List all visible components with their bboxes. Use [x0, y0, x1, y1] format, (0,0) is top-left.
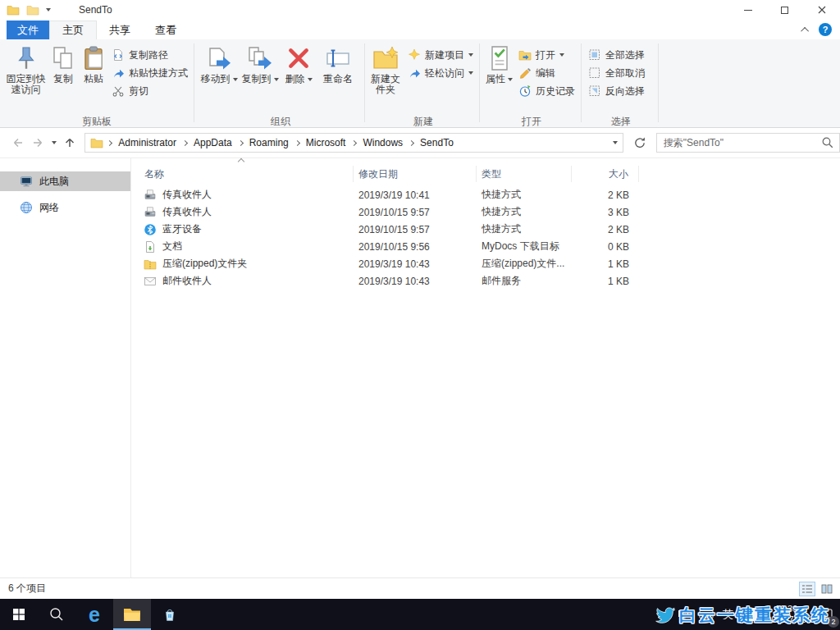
breadcrumb-item[interactable]: AppData: [191, 135, 235, 150]
computer-icon: [20, 175, 33, 188]
tab-view[interactable]: 查看: [143, 21, 189, 39]
details-view-button[interactable]: [799, 582, 815, 596]
breadcrumb-item[interactable]: Microsoft: [304, 135, 349, 150]
up-button[interactable]: [61, 133, 80, 153]
column-header-size[interactable]: 大小: [572, 166, 639, 182]
fax-icon: [144, 189, 157, 202]
delete-dropdown-icon: [308, 78, 313, 81]
column-header-name[interactable]: 名称: [132, 166, 354, 182]
edit-button[interactable]: 编辑: [516, 65, 578, 81]
qat-folder-icon[interactable]: [26, 3, 39, 16]
items-count: 6 个项目: [8, 582, 46, 596]
taskbar-explorer-button[interactable]: [113, 599, 151, 630]
mail-icon: [144, 275, 157, 288]
new-folder-button[interactable]: 新建文件夹: [371, 41, 400, 95]
easy-access-dropdown-icon: [468, 71, 473, 75]
delete-button[interactable]: 删除: [282, 41, 315, 84]
recent-locations-button[interactable]: [48, 133, 61, 153]
search-icon: [48, 606, 65, 623]
file-row[interactable]: 传真收件人 2019/3/19 10:41 快捷方式 2 KB: [132, 186, 840, 203]
new-folder-label: 新建文件夹: [371, 74, 400, 95]
qat-dropdown-icon[interactable]: [46, 8, 51, 11]
select-all-label: 全部选择: [605, 48, 645, 62]
history-button[interactable]: 历史记录: [516, 83, 578, 99]
file-type: 快捷方式: [477, 188, 572, 202]
file-row[interactable]: 文档 2019/10/15 9:56 MyDocs 下载目标 0 KB: [132, 238, 840, 255]
tab-share[interactable]: 共享: [97, 21, 143, 39]
breadcrumb-item[interactable]: SendTo: [418, 135, 456, 150]
start-button[interactable]: [0, 599, 38, 630]
thumbnails-view-icon: [820, 582, 833, 596]
fax-icon: [144, 206, 157, 219]
help-icon[interactable]: ?: [819, 23, 832, 36]
hidden-icons-chevron[interactable]: [660, 611, 668, 619]
back-button[interactable]: [8, 133, 28, 153]
column-headers: 名称 修改日期 类型 大小: [132, 165, 840, 183]
minimize-button[interactable]: [729, 0, 766, 20]
breadcrumb-item[interactable]: Windows: [360, 135, 405, 150]
collapse-ribbon-icon[interactable]: [801, 26, 809, 34]
taskbar-search-button[interactable]: [38, 599, 75, 630]
ime-language-indicator[interactable]: 英: [723, 607, 733, 622]
select-all-button[interactable]: 全部选择: [586, 47, 647, 63]
forward-button[interactable]: [28, 133, 48, 153]
tab-home[interactable]: 主页: [49, 21, 97, 39]
rename-button[interactable]: 重命名: [318, 41, 358, 84]
taskbar-clock[interactable]: 16:39 2020/7/30: [766, 604, 806, 625]
column-header-date[interactable]: 修改日期: [354, 166, 477, 182]
open-button[interactable]: 打开: [516, 47, 578, 63]
file-row[interactable]: 蓝牙设备 2019/10/15 9:57 快捷方式 2 KB: [132, 221, 840, 238]
breadcrumb-separator-icon: [294, 139, 300, 145]
easy-access-button[interactable]: 轻松访问: [405, 65, 476, 81]
new-item-label: 新建项目: [425, 48, 464, 62]
search-input[interactable]: [657, 137, 821, 148]
cut-button[interactable]: 剪切: [109, 83, 190, 99]
file-name: 传真收件人: [162, 188, 212, 202]
maximize-button[interactable]: [766, 0, 803, 20]
taskbar-store-button[interactable]: [151, 599, 189, 630]
tab-file[interactable]: 文件: [7, 21, 49, 39]
paste-label: 粘贴: [84, 74, 103, 84]
column-header-type[interactable]: 类型: [477, 166, 572, 182]
breadcrumb-item[interactable]: Roaming: [247, 135, 291, 150]
file-row[interactable]: 传真收件人 2019/10/15 9:57 快捷方式 3 KB: [132, 203, 840, 221]
file-type: 邮件服务: [477, 274, 572, 288]
file-date: 2019/10/15 9:57: [354, 224, 477, 235]
copy-button[interactable]: 复制: [48, 41, 78, 84]
ime-mode-icon[interactable]: [742, 607, 757, 622]
sidebar-item-network[interactable]: 网络: [0, 198, 130, 217]
copy-path-button[interactable]: 复制路径: [109, 47, 190, 63]
touch-keyboard-icon[interactable]: [699, 609, 714, 620]
select-none-button[interactable]: 全部取消: [586, 65, 647, 81]
paste-button[interactable]: 粘贴: [78, 41, 109, 84]
thumbnails-view-button[interactable]: [819, 582, 835, 596]
move-to-label: 移动到: [201, 74, 231, 84]
breadcrumb-separator-icon: [409, 139, 414, 145]
close-button[interactable]: [803, 0, 840, 20]
paste-shortcut-button[interactable]: 粘贴快捷方式: [109, 65, 190, 81]
file-row[interactable]: 邮件收件人 2019/3/19 10:43 邮件服务 1 KB: [132, 272, 840, 290]
breadcrumb-item[interactable]: Administrator: [116, 135, 179, 150]
cut-icon: [112, 84, 125, 98]
file-rows: 传真收件人 2019/3/19 10:41 快捷方式 2 KB 传真收件人 20…: [132, 186, 840, 290]
invert-selection-button[interactable]: 反向选择: [586, 83, 647, 99]
breadcrumb[interactable]: Administrator AppData Roaming Microsoft …: [84, 133, 623, 153]
move-to-button[interactable]: 移动到: [200, 41, 238, 84]
taskbar-edge-button[interactable]: e: [75, 599, 113, 630]
navigation-pane: 此电脑 网络: [0, 158, 131, 578]
view-toggles: [799, 582, 835, 596]
address-dropdown-icon[interactable]: [613, 141, 618, 144]
new-item-button[interactable]: 新建项目: [405, 47, 476, 63]
file-row[interactable]: 压缩(zipped)文件夹 2019/3/19 10:43 压缩(zipped)…: [132, 255, 840, 272]
sidebar-item-label: 网络: [39, 201, 59, 215]
search-icon[interactable]: [821, 136, 834, 149]
quick-access-toolbar: [0, 3, 51, 16]
ethernet-tray-icon[interactable]: [677, 608, 690, 621]
pin-to-quick-access-button[interactable]: 固定到快速访问: [3, 41, 48, 95]
copy-to-button[interactable]: 复制到: [241, 41, 279, 84]
refresh-button[interactable]: [630, 133, 650, 153]
open-icon: [518, 48, 532, 62]
sidebar-item-this-pc[interactable]: 此电脑: [0, 171, 130, 191]
action-center-button[interactable]: 2: [815, 599, 837, 630]
properties-button[interactable]: 属性: [486, 41, 513, 84]
